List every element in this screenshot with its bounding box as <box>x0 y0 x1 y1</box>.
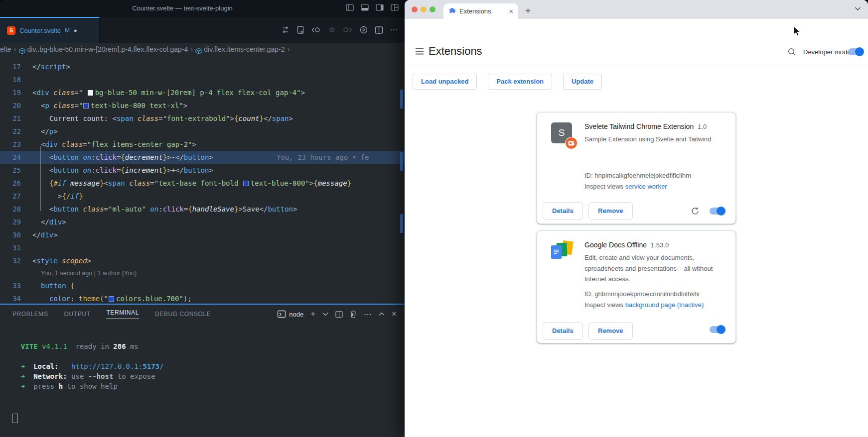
load-unpacked-button[interactable]: Load unpacked <box>413 74 477 90</box>
code-line-31: 31 <box>0 241 405 254</box>
code-line-25: 25<button on:click={increment}>+</button… <box>0 164 405 177</box>
toggle-secondary-sidebar-icon[interactable] <box>376 4 384 11</box>
new-terminal-icon[interactable]: + <box>310 309 315 319</box>
svelte-file-icon: S <box>7 26 15 35</box>
terminal-shell-label: node <box>289 311 303 318</box>
breadcrumb-item-div-outer[interactable]: div..bg-blue-50.min-w-[20rem].p-4.flex.f… <box>27 45 188 53</box>
new-tab-button[interactable]: + <box>525 4 531 18</box>
terminal-prompt-icon <box>277 310 286 319</box>
vscode-titlebar: Counter.svelte — test-svelte-plugin <box>0 0 405 17</box>
more-actions-icon[interactable]: ⋯ <box>390 27 398 32</box>
breadcrumb-chevron-icon: › <box>288 45 290 53</box>
remove-button[interactable]: Remove <box>588 322 633 340</box>
breadcrumb-item-div-inner[interactable]: div.flex.items-center.gap-2 <box>204 45 285 53</box>
panel-tab-debug-console[interactable]: DEBUG CONSOLE <box>155 311 211 318</box>
tab-close-icon[interactable]: × <box>509 7 513 15</box>
bottom-panel: PROBLEMSOUTPUTTERMINALDEBUG CONSOLE node… <box>0 304 405 437</box>
symbol-cube-icon <box>19 48 25 54</box>
toggle-panel-icon[interactable] <box>361 4 369 11</box>
panel-tab-problems[interactable]: PROBLEMS <box>12 311 48 318</box>
developer-mode-label: Developer mode <box>803 48 851 56</box>
customize-layout-icon[interactable] <box>391 4 399 11</box>
color-swatch <box>88 90 93 96</box>
play-circle-icon[interactable] <box>359 25 368 34</box>
terminal-line: ➜ Local: http://127.0.0.1:5173/ <box>0 361 405 371</box>
code-line-34: 34color: theme("colors.blue.700"); <box>0 292 405 304</box>
overview-ruler-mark <box>400 152 403 171</box>
tab-search-chevron-icon[interactable] <box>855 6 861 11</box>
terminal[interactable]: VITE v4.1.1 ready in 286 ms ➜ Local: htt… <box>0 324 405 437</box>
tab-counter-svelte[interactable]: S Counter.svelte M ● <box>0 17 100 43</box>
terminal-cursor <box>12 414 18 423</box>
toggle-sidebar-icon[interactable] <box>346 4 354 11</box>
terminal-line <box>0 351 405 361</box>
extension-enabled-toggle[interactable] <box>710 208 724 215</box>
line-number: 21 <box>0 112 21 125</box>
extension-description: Sample Extension using Svelte and Tailwi… <box>584 134 720 145</box>
developer-mode-toggle[interactable] <box>848 48 863 55</box>
color-swatch <box>243 181 249 186</box>
service-worker-link[interactable]: service worker <box>625 183 667 190</box>
symbol-cube-icon <box>195 48 202 54</box>
remove-button[interactable]: Remove <box>588 202 633 220</box>
kill-terminal-trash-icon[interactable] <box>350 310 357 318</box>
extensions-favicon-puzzle-icon <box>448 7 456 15</box>
unsaved-dot-icon[interactable]: ● <box>74 27 77 33</box>
line-number: 19 <box>0 86 21 99</box>
panel-tab-output[interactable]: OUTPUT <box>64 311 91 318</box>
line-number: 22 <box>0 125 21 138</box>
code-lens-blame: You, 1 second ago | 1 author (You) <box>0 267 405 279</box>
code-line-20: 20<p class="text-blue-800 text-xl"> <box>0 99 405 112</box>
extension-icon <box>551 241 573 263</box>
hamburger-menu-icon[interactable] <box>415 48 424 55</box>
terminal-line: ➜ Network: use --host to expose <box>0 371 405 381</box>
next-change-icon[interactable] <box>343 25 353 34</box>
search-icon[interactable] <box>787 47 796 56</box>
extension-enabled-toggle[interactable] <box>710 326 724 333</box>
split-editor-icon[interactable] <box>375 26 383 34</box>
breadcrumb: elte›div..bg-blue-50.min-w-[20rem].p-4.f… <box>0 43 405 56</box>
details-button[interactable]: Details <box>543 202 583 220</box>
details-button[interactable]: Details <box>543 322 583 340</box>
color-swatch <box>109 296 114 302</box>
open-changes-icon[interactable] <box>296 25 304 34</box>
terminal-instance-selector[interactable]: node <box>277 310 303 319</box>
update-button[interactable]: Update <box>563 74 602 90</box>
maximize-panel-icon[interactable] <box>379 312 385 316</box>
reload-extension-icon[interactable] <box>691 207 700 216</box>
extension-name: Google Docs Offline <box>584 241 647 249</box>
tab-extensions[interactable]: Extensions × <box>443 3 518 19</box>
code-line-24: 24<button on:click={decrement}>-</button… <box>0 151 405 164</box>
background-page-link[interactable]: background page (Inactive) <box>625 301 704 309</box>
tab-title: Extensions <box>459 7 506 15</box>
chrome-window: Extensions × + Chrome chrome://extension… <box>405 0 868 437</box>
line-number: 32 <box>0 254 21 267</box>
color-swatch <box>83 103 89 109</box>
split-terminal-icon[interactable] <box>335 311 343 318</box>
current-change-icon[interactable] <box>327 25 336 34</box>
close-panel-icon[interactable]: × <box>392 309 397 319</box>
panel-tab-terminal[interactable]: TERMINAL <box>106 309 139 319</box>
chevron-down-icon[interactable] <box>322 312 328 316</box>
terminal-line: ➜ press h to show help <box>0 381 405 391</box>
mac-zoom-button[interactable] <box>430 6 435 12</box>
editor-tab-bar: S Counter.svelte M ● ⋯ <box>0 17 405 43</box>
line-number: 29 <box>0 216 21 228</box>
line-number: 18 <box>0 73 21 86</box>
extension-version: 1.0 <box>698 123 707 130</box>
pack-extension-button[interactable]: Pack extension <box>488 74 552 90</box>
previous-change-icon[interactable] <box>311 25 321 34</box>
compare-changes-icon[interactable] <box>281 25 290 34</box>
line-number: 17 <box>0 60 21 73</box>
header-divider <box>405 65 868 65</box>
breadcrumb-item-file[interactable]: elte <box>0 45 11 53</box>
mac-close-button[interactable] <box>412 6 418 12</box>
extension-version: 1.53.0 <box>651 241 669 249</box>
panel-more-icon[interactable]: ⋯ <box>364 310 372 319</box>
mac-minimize-button[interactable] <box>421 6 427 12</box>
code-editor[interactable]: 17</script>1819<div class=" bg-blue-50 m… <box>0 56 405 304</box>
chrome-tab-strip: Extensions × + <box>405 0 868 19</box>
camera-badge-icon <box>565 137 578 149</box>
breadcrumb-chevron-icon: › <box>190 45 193 53</box>
code-line-18: 18 <box>0 73 405 86</box>
